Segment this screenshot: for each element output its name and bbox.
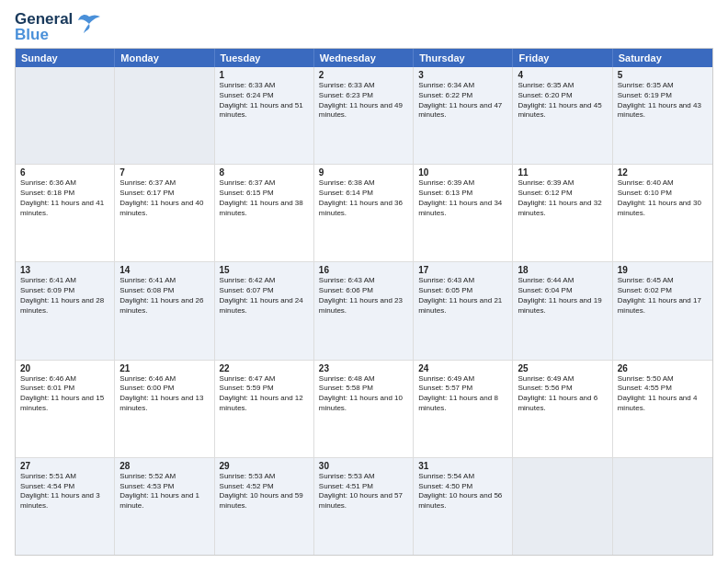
day-number: 7 — [119, 167, 209, 178]
logo-bird-icon — [76, 11, 102, 40]
day-number: 26 — [618, 363, 708, 373]
weekday-header-monday: Monday — [115, 49, 214, 67]
day-number: 28 — [119, 461, 209, 471]
calendar-cell-r1c1: 7Sunrise: 6:37 AM Sunset: 6:17 PM Daylig… — [115, 165, 214, 261]
calendar-cell-r2c0: 13Sunrise: 6:41 AM Sunset: 6:09 PM Dayli… — [16, 262, 115, 359]
day-number: 23 — [319, 363, 408, 373]
logo-blue: Blue — [15, 27, 73, 42]
logo: General Blue — [15, 11, 102, 42]
day-number: 11 — [518, 167, 607, 178]
day-number: 31 — [418, 461, 507, 471]
calendar-cell-r0c5: 4Sunrise: 6:35 AM Sunset: 6:20 PM Daylig… — [513, 67, 612, 164]
calendar-cell-r3c6: 26Sunrise: 5:50 AM Sunset: 4:55 PM Dayli… — [613, 361, 712, 457]
day-number: 8 — [220, 167, 309, 178]
calendar-cell-r2c2: 15Sunrise: 6:42 AM Sunset: 6:07 PM Dayli… — [215, 262, 314, 359]
day-number: 9 — [319, 167, 408, 178]
calendar-cell-r1c4: 10Sunrise: 6:39 AM Sunset: 6:13 PM Dayli… — [414, 165, 513, 261]
cell-info: Sunrise: 5:54 AM Sunset: 4:50 PM Dayligh… — [418, 472, 507, 511]
cell-info: Sunrise: 6:46 AM Sunset: 6:01 PM Dayligh… — [20, 374, 109, 414]
cell-info: Sunrise: 6:41 AM Sunset: 6:08 PM Dayligh… — [119, 276, 209, 316]
calendar-cell-r3c1: 21Sunrise: 6:46 AM Sunset: 6:00 PM Dayli… — [115, 361, 214, 457]
weekday-header-friday: Friday — [513, 49, 612, 67]
cell-info: Sunrise: 6:48 AM Sunset: 5:58 PM Dayligh… — [319, 374, 408, 414]
day-number: 13 — [20, 265, 109, 275]
calendar-cell-r3c0: 20Sunrise: 6:46 AM Sunset: 6:01 PM Dayli… — [16, 361, 115, 457]
calendar-row-2: 13Sunrise: 6:41 AM Sunset: 6:09 PM Dayli… — [16, 262, 712, 360]
cell-info: Sunrise: 6:33 AM Sunset: 6:24 PM Dayligh… — [220, 81, 309, 121]
calendar-cell-r2c3: 16Sunrise: 6:43 AM Sunset: 6:06 PM Dayli… — [314, 262, 414, 359]
cell-info: Sunrise: 6:43 AM Sunset: 6:05 PM Dayligh… — [418, 276, 507, 316]
day-number: 15 — [220, 265, 309, 275]
calendar-row-3: 20Sunrise: 6:46 AM Sunset: 6:01 PM Dayli… — [16, 361, 712, 458]
cell-info: Sunrise: 5:52 AM Sunset: 4:53 PM Dayligh… — [119, 472, 209, 511]
calendar-row-4: 27Sunrise: 5:51 AM Sunset: 4:54 PM Dayli… — [16, 458, 712, 555]
cell-info: Sunrise: 6:39 AM Sunset: 6:13 PM Dayligh… — [418, 178, 507, 218]
calendar-row-0: 1Sunrise: 6:33 AM Sunset: 6:24 PM Daylig… — [16, 67, 712, 165]
cell-info: Sunrise: 5:50 AM Sunset: 4:55 PM Dayligh… — [618, 374, 708, 414]
cell-info: Sunrise: 6:34 AM Sunset: 6:22 PM Dayligh… — [418, 81, 507, 121]
cell-info: Sunrise: 6:37 AM Sunset: 6:15 PM Dayligh… — [220, 178, 309, 218]
cell-info: Sunrise: 6:41 AM Sunset: 6:09 PM Dayligh… — [20, 276, 109, 316]
calendar-cell-r3c2: 22Sunrise: 6:47 AM Sunset: 5:59 PM Dayli… — [215, 361, 314, 457]
calendar-cell-r1c3: 9Sunrise: 6:38 AM Sunset: 6:14 PM Daylig… — [314, 165, 414, 261]
weekday-header-saturday: Saturday — [613, 49, 712, 67]
calendar-cell-r0c2: 1Sunrise: 6:33 AM Sunset: 6:24 PM Daylig… — [215, 67, 314, 164]
cell-info: Sunrise: 6:49 AM Sunset: 5:57 PM Dayligh… — [418, 374, 507, 414]
calendar-cell-r0c3: 2Sunrise: 6:33 AM Sunset: 6:23 PM Daylig… — [314, 67, 414, 164]
day-number: 17 — [418, 265, 507, 275]
cell-info: Sunrise: 6:35 AM Sunset: 6:19 PM Dayligh… — [618, 81, 708, 121]
calendar-cell-r4c0: 27Sunrise: 5:51 AM Sunset: 4:54 PM Dayli… — [16, 458, 115, 555]
cell-info: Sunrise: 6:46 AM Sunset: 6:00 PM Dayligh… — [119, 374, 209, 414]
calendar-cell-r0c6: 5Sunrise: 6:35 AM Sunset: 6:19 PM Daylig… — [613, 67, 712, 164]
cell-info: Sunrise: 6:49 AM Sunset: 5:56 PM Dayligh… — [518, 374, 607, 414]
calendar-cell-r3c3: 23Sunrise: 6:48 AM Sunset: 5:58 PM Dayli… — [314, 361, 414, 457]
day-number: 1 — [220, 70, 309, 80]
cell-info: Sunrise: 6:42 AM Sunset: 6:07 PM Dayligh… — [220, 276, 309, 316]
calendar-cell-r4c5 — [513, 458, 612, 555]
cell-info: Sunrise: 6:45 AM Sunset: 6:02 PM Dayligh… — [618, 276, 708, 316]
calendar-body: 1Sunrise: 6:33 AM Sunset: 6:24 PM Daylig… — [16, 67, 712, 555]
day-number: 2 — [319, 70, 408, 80]
weekday-header-sunday: Sunday — [16, 49, 115, 67]
day-number: 29 — [220, 461, 309, 471]
day-number: 25 — [518, 363, 607, 373]
calendar-cell-r1c0: 6Sunrise: 6:36 AM Sunset: 6:18 PM Daylig… — [16, 165, 115, 261]
day-number: 10 — [418, 167, 507, 178]
calendar-cell-r0c1 — [115, 67, 214, 164]
day-number: 14 — [119, 265, 209, 275]
cell-info: Sunrise: 6:39 AM Sunset: 6:12 PM Dayligh… — [518, 178, 607, 218]
day-number: 19 — [618, 265, 708, 275]
cell-info: Sunrise: 5:53 AM Sunset: 4:51 PM Dayligh… — [319, 472, 408, 511]
cell-info: Sunrise: 6:47 AM Sunset: 5:59 PM Dayligh… — [220, 374, 309, 414]
day-number: 24 — [418, 363, 507, 373]
cell-info: Sunrise: 6:44 AM Sunset: 6:04 PM Dayligh… — [518, 276, 607, 316]
logo-general: General — [15, 11, 73, 27]
cell-info: Sunrise: 6:35 AM Sunset: 6:20 PM Dayligh… — [518, 81, 607, 121]
day-number: 6 — [20, 167, 109, 178]
weekday-header-wednesday: Wednesday — [314, 49, 414, 67]
calendar-cell-r2c4: 17Sunrise: 6:43 AM Sunset: 6:05 PM Dayli… — [414, 262, 513, 359]
calendar-cell-r4c6 — [613, 458, 712, 555]
cell-info: Sunrise: 6:36 AM Sunset: 6:18 PM Dayligh… — [20, 178, 109, 218]
page: General Blue SundayMondayTuesdayWednesda… — [0, 0, 728, 563]
calendar-header: SundayMondayTuesdayWednesdayThursdayFrid… — [16, 49, 712, 67]
weekday-header-tuesday: Tuesday — [215, 49, 314, 67]
calendar-cell-r1c5: 11Sunrise: 6:39 AM Sunset: 6:12 PM Dayli… — [513, 165, 612, 261]
calendar-cell-r2c6: 19Sunrise: 6:45 AM Sunset: 6:02 PM Dayli… — [613, 262, 712, 359]
calendar: SundayMondayTuesdayWednesdayThursdayFrid… — [15, 48, 713, 556]
cell-info: Sunrise: 6:43 AM Sunset: 6:06 PM Dayligh… — [319, 276, 408, 316]
calendar-cell-r4c2: 29Sunrise: 5:53 AM Sunset: 4:52 PM Dayli… — [215, 458, 314, 555]
day-number: 3 — [418, 70, 507, 80]
cell-info: Sunrise: 6:33 AM Sunset: 6:23 PM Dayligh… — [319, 81, 408, 121]
calendar-cell-r2c5: 18Sunrise: 6:44 AM Sunset: 6:04 PM Dayli… — [513, 262, 612, 359]
calendar-cell-r0c4: 3Sunrise: 6:34 AM Sunset: 6:22 PM Daylig… — [414, 67, 513, 164]
day-number: 20 — [20, 363, 109, 373]
cell-info: Sunrise: 5:51 AM Sunset: 4:54 PM Dayligh… — [20, 472, 109, 511]
calendar-row-1: 6Sunrise: 6:36 AM Sunset: 6:18 PM Daylig… — [16, 165, 712, 262]
cell-info: Sunrise: 5:53 AM Sunset: 4:52 PM Dayligh… — [220, 472, 309, 511]
calendar-cell-r2c1: 14Sunrise: 6:41 AM Sunset: 6:08 PM Dayli… — [115, 262, 214, 359]
calendar-cell-r0c0 — [16, 67, 115, 164]
day-number: 21 — [119, 363, 209, 373]
calendar-cell-r4c3: 30Sunrise: 5:53 AM Sunset: 4:51 PM Dayli… — [314, 458, 414, 555]
day-number: 12 — [618, 167, 708, 178]
